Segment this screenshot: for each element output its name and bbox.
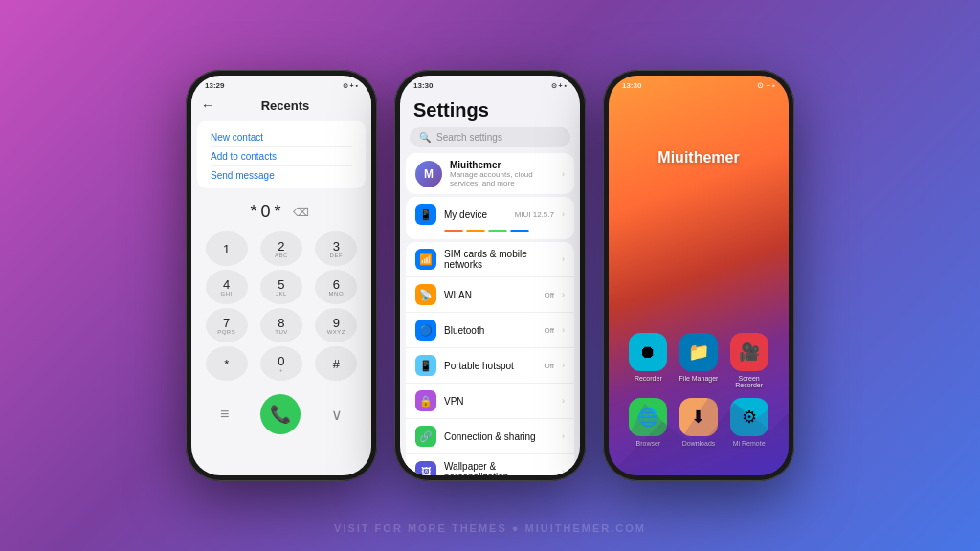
wlan-icon: 📡	[415, 284, 436, 305]
device-section[interactable]: 📱 My device MIUI 12.5.7 ›	[406, 197, 574, 239]
status-icons-2: ⊙ + ▪	[551, 82, 567, 90]
dialer-number: *0*	[250, 202, 284, 222]
account-avatar: M	[415, 161, 442, 187]
vpn-chevron: ›	[562, 396, 565, 406]
keypad-row-1: 1 2ABC 3DEF	[199, 231, 364, 266]
sim-content: SIM cards & mobile networks	[444, 249, 554, 270]
key-8[interactable]: 8TUV	[260, 308, 302, 342]
sim-label: SIM cards & mobile networks	[444, 249, 554, 270]
status-bar-2: 13:30 ⊙ + ▪	[400, 76, 580, 92]
dialer-actions: ≡ 📞 ∨	[191, 388, 371, 438]
sim-icon: 📶	[415, 249, 436, 270]
screenrecorder-icon: 🎥	[730, 333, 768, 371]
account-info: Miuithemer Manage accounts, cloud servic…	[450, 160, 554, 187]
key-hash[interactable]: #	[315, 346, 357, 381]
wallpaper-content: Wallpaper & personalization	[444, 461, 554, 475]
settings-row-bluetooth[interactable]: 🔵 Bluetooth Off ›	[406, 313, 574, 348]
key-1[interactable]: 1	[206, 231, 248, 266]
settings-row-connection[interactable]: 🔗 Connection & sharing ›	[406, 419, 574, 454]
key-3[interactable]: 3DEF	[315, 231, 357, 266]
hotspot-value: Off	[544, 362, 554, 370]
settings-row-wlan[interactable]: 📡 WLAN Off ›	[406, 277, 574, 313]
call-button[interactable]: 📞	[260, 394, 301, 434]
bluetooth-label: Bluetooth	[444, 325, 536, 336]
account-chevron: ›	[562, 169, 565, 179]
bluetooth-icon: 🔵	[415, 320, 436, 341]
phone-home: 13:30 ⊙ + ▪ Miuithemer ⏺ Recorder 📁 File…	[603, 70, 794, 481]
account-section[interactable]: M Miuithemer Manage accounts, cloud serv…	[406, 153, 574, 194]
sim-chevron: ›	[562, 254, 565, 264]
status-icons-3: ⊙ + ▪	[757, 81, 775, 90]
status-bar-1: 13:29 ⊙ + ▪	[191, 76, 371, 92]
watermark: VISIT FOR MORE THEMES ● MIUITHEMER.COM	[334, 522, 646, 534]
status-time-3: 13:30	[622, 81, 641, 90]
keypad-row-2: 4GHI 5JKL 6MNO	[199, 270, 364, 304]
connection-label: Connection & sharing	[444, 431, 554, 442]
device-row: 📱 My device MIUI 12.5.7 ›	[415, 204, 565, 225]
settings-row-vpn[interactable]: 🔒 VPN ›	[406, 384, 574, 419]
wlan-chevron: ›	[562, 290, 565, 299]
menu-button[interactable]: ≡	[220, 406, 229, 423]
device-dots	[415, 230, 565, 232]
device-version: MIUI 12.5.7	[515, 210, 554, 219]
recorder-icon: ⏺	[629, 333, 667, 371]
connection-content: Connection & sharing	[444, 431, 554, 442]
hotspot-icon: 📱	[415, 355, 436, 376]
dialer-header: ← Recents	[191, 92, 371, 117]
mountain-decoration	[609, 367, 789, 475]
add-to-contacts-link[interactable]: Add to contacts	[211, 147, 352, 166]
wlan-value: Off	[544, 291, 554, 299]
settings-list: 📶 SIM cards & mobile networks › 📡 WLAN O…	[406, 242, 574, 475]
dot-3	[488, 230, 507, 232]
bluetooth-content: Bluetooth	[444, 325, 536, 336]
dot-4	[510, 230, 529, 232]
account-sub: Manage accounts, cloud services, and mor…	[450, 170, 554, 187]
status-time-1: 13:29	[205, 81, 224, 90]
key-4[interactable]: 4GHI	[206, 270, 248, 304]
wallpaper-chevron: ›	[562, 467, 565, 475]
hotspot-chevron: ›	[562, 361, 565, 370]
search-bar[interactable]: 🔍 Search settings	[410, 127, 570, 147]
new-contact-link[interactable]: New contact	[211, 128, 352, 147]
connection-icon: 🔗	[415, 426, 436, 447]
delete-button[interactable]: ⌫	[293, 206, 313, 219]
hotspot-label: Portable hotspot	[444, 361, 536, 371]
device-chevron: ›	[562, 209, 565, 219]
phone-settings: 13:30 ⊙ + ▪ Settings 🔍 Search settings M…	[394, 70, 586, 481]
key-0[interactable]: 0+	[260, 346, 302, 381]
settings-row-wallpaper[interactable]: 🖼 Wallpaper & personalization ›	[406, 454, 574, 475]
key-5[interactable]: 5JKL	[260, 270, 302, 304]
key-9[interactable]: 9WXYZ	[315, 308, 357, 342]
settings-row-hotspot[interactable]: 📱 Portable hotspot Off ›	[406, 348, 574, 384]
search-icon: 🔍	[419, 132, 431, 143]
connection-chevron: ›	[562, 431, 565, 441]
settings-row-sim[interactable]: 📶 SIM cards & mobile networks ›	[406, 242, 574, 277]
wallpaper-label: Wallpaper & personalization	[444, 461, 554, 475]
vpn-icon: 🔒	[415, 390, 436, 411]
key-6[interactable]: 6MNO	[315, 270, 357, 304]
dot-1	[444, 230, 463, 232]
keypad: 1 2ABC 3DEF 4GHI 5JKL 6MNO 7PQRS 8TUV 9W…	[191, 228, 371, 388]
keypad-row-4: * 0+ #	[199, 346, 364, 381]
dot-2	[466, 230, 485, 232]
key-star[interactable]: *	[206, 346, 248, 381]
search-placeholder: Search settings	[436, 132, 502, 143]
bluetooth-value: Off	[544, 326, 554, 335]
filemanager-icon: 📁	[679, 333, 718, 371]
vpn-label: VPN	[444, 396, 554, 407]
contact-links: New contact Add to contacts Send message	[197, 121, 366, 188]
hotspot-content: Portable hotspot	[444, 361, 536, 371]
account-name: Miuithemer	[450, 160, 554, 170]
key-2[interactable]: 2ABC	[260, 231, 302, 266]
bluetooth-chevron: ›	[562, 325, 565, 335]
keypad-row-3: 7PQRS 8TUV 9WXYZ	[199, 308, 364, 342]
key-7[interactable]: 7PQRS	[206, 308, 248, 342]
phone-dialer: 13:29 ⊙ + ▪ ← Recents New contact Add to…	[186, 70, 377, 481]
back-button[interactable]: ←	[201, 98, 214, 113]
more-button[interactable]: ∨	[331, 406, 343, 424]
device-icon: 📱	[415, 204, 436, 225]
settings-title: Settings	[400, 92, 580, 125]
status-icons-1: ⊙ + ▪	[343, 82, 358, 90]
wallpaper-icon: 🖼	[415, 461, 436, 475]
send-message-link[interactable]: Send message	[211, 166, 352, 185]
